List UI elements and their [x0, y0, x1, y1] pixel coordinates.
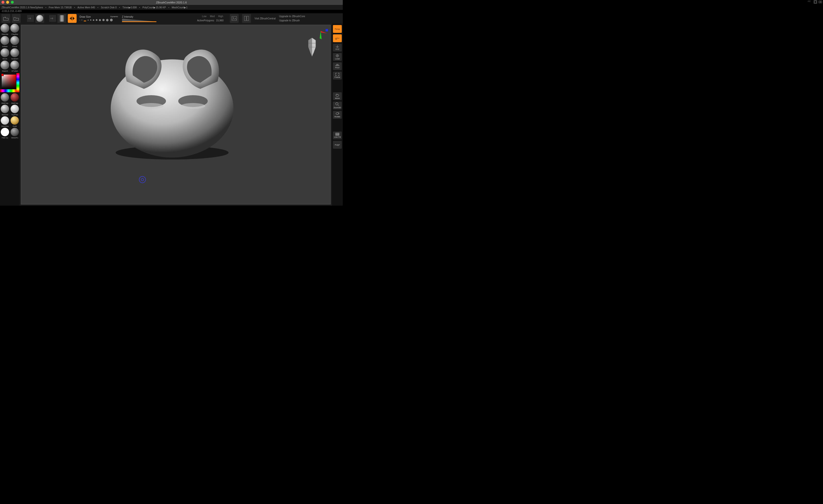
polycount-value: 15.96 KP: [156, 6, 166, 9]
right-draw-button[interactable]: [333, 34, 342, 42]
navigation-head[interactable]: [306, 37, 318, 57]
top-toolbar: Draw SizeDynamic Z Intensity Low Med Hig…: [0, 13, 343, 24]
dynamic-label: Dynamic: [111, 15, 118, 18]
draw-size-label: Draw Size: [79, 15, 91, 18]
active-mem-value: 645: [91, 6, 95, 9]
brush-claybui[interactable]: ClayBui: [10, 24, 20, 36]
left-panel: StandarClayBuiInflatePinchMoveSnakeHSlas…: [0, 24, 20, 206]
right-polyf-button[interactable]: PolyF: [333, 141, 342, 149]
material-skinsha[interactable]: SkinSha: [0, 116, 10, 128]
quality-med[interactable]: Med: [210, 15, 214, 18]
window-titlebar: ZBrushCoreMini 2020.1.6: [0, 0, 343, 5]
image-icon[interactable]: [230, 14, 239, 23]
3dprint-icon[interactable]: [242, 14, 251, 23]
brush-snakeh[interactable]: SnakeH: [10, 48, 20, 60]
brush-pinch[interactable]: Pinch: [10, 36, 20, 48]
quality-low[interactable]: Low: [202, 15, 206, 18]
material-silverfc[interactable]: SilverFc: [10, 128, 20, 139]
brush-standar[interactable]: Standar: [0, 24, 10, 36]
svg-rect-17: [326, 29, 328, 31]
model-display: [21, 25, 330, 204]
timer-value: 0.008: [131, 6, 137, 9]
sphere-button[interactable]: [35, 14, 44, 23]
scratch-value: 0: [115, 6, 117, 9]
cylinder-button[interactable]: [57, 14, 66, 23]
svg-point-13: [139, 103, 164, 109]
zoom-button[interactable]: [11, 1, 14, 4]
svg-point-22: [335, 38, 337, 39]
open-file-button[interactable]: [1, 14, 10, 23]
save-file-button[interactable]: [12, 14, 21, 23]
quality-high[interactable]: High: [218, 15, 223, 18]
quality-selector[interactable]: Low Med High: [202, 15, 224, 18]
svg-point-6: [233, 17, 234, 18]
symmetry-button[interactable]: [68, 14, 76, 23]
cylinder-arrow-icon[interactable]: [49, 15, 56, 22]
active-polygons-value: 15,960: [216, 19, 224, 22]
right-xyz-button[interactable]: XYZ: [333, 44, 342, 51]
svg-point-24: [337, 55, 338, 56]
sphere-arrow-icon[interactable]: [27, 15, 34, 22]
material-flat co[interactable]: Flat Co: [0, 128, 10, 139]
close-button[interactable]: [1, 1, 4, 4]
app-name: ZBrushCoreMini 2020.1.6 NewSphere: [1, 6, 43, 9]
draw-size-dots[interactable]: [79, 19, 118, 21]
right-toolbar: PerspXYZLocalFloorFrameMoveZoom3DRotateL…: [332, 24, 343, 206]
color-picker[interactable]: [0, 73, 19, 92]
meshcount-value: 1: [186, 6, 188, 9]
right-zoom3d-button[interactable]: Zoom3D: [333, 101, 342, 109]
minimize-button[interactable]: [6, 1, 9, 4]
material-matcap[interactable]: MatCap: [0, 93, 10, 104]
right-frame-button[interactable]: Frame: [333, 72, 342, 79]
viewport-canvas[interactable]: [21, 25, 330, 204]
brush-cursor: [139, 176, 146, 183]
coordinates-readout: -0.65,0.218,-0.499: [0, 10, 343, 13]
svg-point-25: [336, 102, 338, 105]
material-gold[interactable]: Gold: [10, 116, 20, 128]
window-controls: [1, 1, 14, 4]
free-mem-value: 15.738GB: [61, 6, 72, 9]
right-floor-button[interactable]: Floor: [333, 62, 342, 70]
right-rotate-button[interactable]: Rotate: [333, 111, 342, 119]
visit-link[interactable]: Visit ZBrushCentral: [255, 17, 276, 20]
right-local-button[interactable]: Local: [333, 53, 342, 61]
z-intensity-slider[interactable]: [122, 19, 191, 22]
active-polygons-label: ActivePolygons:: [197, 19, 214, 22]
upgrade-core-link[interactable]: Upgrade to ZBrushCore: [279, 15, 305, 18]
svg-rect-7: [244, 16, 246, 21]
right-line fill-button[interactable]: Line Fill: [333, 132, 342, 140]
z-intensity-label: Z Intensity: [122, 15, 191, 18]
material-matcap[interactable]: MatCap: [10, 93, 20, 104]
material-toyplas[interactable]: ToyPlas: [10, 104, 20, 116]
brush-slash3[interactable]: Slash3: [0, 60, 10, 73]
window-title: ZBrushCoreMini 2020.1.6: [156, 1, 187, 4]
svg-point-14: [181, 103, 205, 109]
brush-hpolish[interactable]: hPolish: [10, 60, 20, 73]
right-persp-button[interactable]: Persp: [333, 25, 342, 33]
brush-move[interactable]: Move: [0, 48, 10, 60]
info-bar: ZBrushCoreMini 2020.1.6 NewSphere •Free …: [0, 5, 343, 10]
right-move-button[interactable]: Move: [333, 92, 342, 100]
upgrade-zbrush-link[interactable]: Upgrade to ZBrush: [279, 19, 305, 22]
svg-rect-8: [247, 16, 249, 21]
brush-inflate[interactable]: Inflate: [0, 36, 10, 48]
material-basicm[interactable]: BasicM: [0, 104, 10, 116]
svg-rect-26: [336, 133, 339, 136]
